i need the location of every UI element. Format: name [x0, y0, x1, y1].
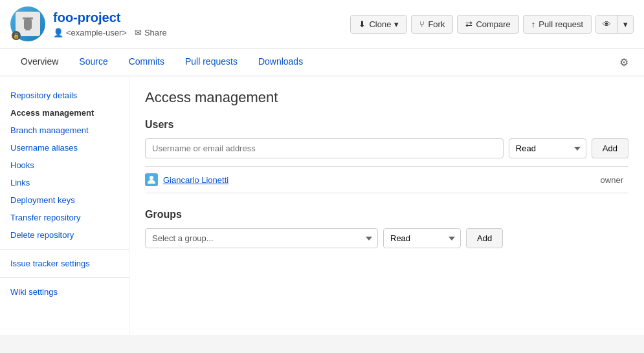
nav-bar: Overview Source Commits Pull requests Do…: [0, 48, 644, 76]
sidebar-section-issue: Issue tracker settings: [0, 255, 129, 272]
user-icon: 👤: [53, 28, 63, 37]
sidebar-item-wiki-settings[interactable]: Wiki settings: [0, 283, 129, 301]
tab-commits-link[interactable]: Commits: [118, 48, 175, 76]
sidebar-item-branch-management[interactable]: Branch management: [0, 122, 129, 139]
repo-user: 👤 <example-user>: [53, 28, 127, 37]
tab-pull-requests[interactable]: Pull requests: [175, 48, 248, 76]
header: 🔒 foo-project 👤 <example-user> ✉ Share ⬇…: [0, 0, 644, 48]
lock-icon: 🔒: [12, 31, 21, 40]
fork-icon: ⑂: [419, 19, 425, 29]
tab-source-link[interactable]: Source: [69, 48, 118, 76]
sidebar-item-deployment-keys[interactable]: Deployment keys: [0, 191, 129, 209]
watch-caret-button[interactable]: ▾: [618, 16, 633, 33]
sidebar-section-repo: Repository details Access management Bra…: [0, 87, 129, 244]
groups-section-title: Groups: [145, 209, 628, 220]
pull-request-icon: ↑: [531, 19, 536, 29]
clone-icon: ⬇: [359, 19, 366, 29]
page-title: Access management: [145, 89, 628, 106]
nav-tabs: Overview Source Commits Pull requests Do…: [10, 48, 313, 76]
avatar: [145, 173, 158, 186]
email-icon: ✉: [135, 28, 142, 37]
user-permission-select[interactable]: Read Write Admin: [509, 138, 586, 158]
main-layout: Repository details Access management Bra…: [0, 76, 644, 335]
watch-button[interactable]: 👁: [596, 16, 618, 33]
user-list: Giancarlo Lionetti owner: [145, 166, 628, 193]
add-user-button[interactable]: Add: [592, 138, 628, 158]
sidebar: Repository details Access management Bra…: [0, 76, 129, 335]
sidebar-item-delete-repository[interactable]: Delete repository: [0, 226, 129, 244]
tab-commits[interactable]: Commits: [118, 48, 175, 76]
users-section-title: Users: [145, 119, 628, 131]
svg-rect-0: [23, 17, 33, 19]
eye-icon: 👁: [603, 19, 611, 29]
tab-overview[interactable]: Overview: [10, 48, 69, 76]
fork-button[interactable]: ⑂ Fork: [411, 15, 453, 34]
users-section: Users Read Write Admin Add: [145, 119, 628, 193]
tab-source[interactable]: Source: [69, 48, 118, 76]
sidebar-divider-1: [0, 249, 129, 250]
table-row: Giancarlo Lionetti owner: [145, 167, 628, 193]
clone-group: ⬇ Clone ▾: [350, 15, 407, 34]
watch-group: 👁 ▾: [595, 15, 634, 34]
compare-icon: ⇄: [465, 19, 472, 29]
header-actions: ⬇ Clone ▾ ⑂ Fork ⇄ Compare ↑ Pull reques…: [350, 15, 634, 34]
gear-icon[interactable]: ⚙: [614, 51, 634, 74]
repo-name: foo-project: [53, 10, 167, 25]
user-info: Giancarlo Lionetti: [145, 173, 228, 186]
tab-pull-requests-link[interactable]: Pull requests: [175, 48, 248, 76]
repo-avatar: 🔒: [10, 6, 45, 41]
sidebar-item-links[interactable]: Links: [0, 174, 129, 191]
sidebar-item-repository-details[interactable]: Repository details: [0, 87, 129, 104]
sidebar-section-wiki: Wiki settings: [0, 283, 129, 301]
user-role: owner: [601, 175, 628, 185]
share-button[interactable]: ✉ Share: [135, 28, 167, 37]
add-group-row: Select a group... Read Write Admin Add: [145, 228, 628, 248]
svg-rect-1: [24, 19, 32, 29]
tab-downloads-link[interactable]: Downloads: [248, 48, 313, 76]
tab-downloads[interactable]: Downloads: [248, 48, 313, 76]
caret-down-icon: ▾: [394, 19, 399, 29]
group-select[interactable]: Select a group...: [145, 228, 378, 248]
sidebar-item-username-aliases[interactable]: Username aliases: [0, 139, 129, 156]
group-permission-select[interactable]: Read Write Admin: [383, 228, 461, 248]
sidebar-item-access-management[interactable]: Access management: [0, 104, 129, 122]
sidebar-item-hooks[interactable]: Hooks: [0, 156, 129, 174]
add-group-button[interactable]: Add: [466, 228, 503, 248]
sidebar-item-transfer-repository[interactable]: Transfer repository: [0, 209, 129, 226]
content-area: Access management Users Read Write Admin…: [129, 76, 644, 335]
tab-overview-link[interactable]: Overview: [10, 48, 69, 76]
repo-info: foo-project 👤 <example-user> ✉ Share: [53, 10, 167, 37]
sidebar-item-issue-tracker-settings[interactable]: Issue tracker settings: [0, 255, 129, 272]
repo-meta: 👤 <example-user> ✉ Share: [53, 28, 167, 37]
sidebar-divider-2: [0, 277, 129, 278]
user-name-link[interactable]: Giancarlo Lionetti: [163, 175, 228, 185]
clone-button[interactable]: ⬇ Clone ▾: [351, 16, 406, 33]
header-left: 🔒 foo-project 👤 <example-user> ✉ Share: [10, 6, 167, 41]
caret-down-icon: ▾: [623, 19, 628, 29]
svg-point-3: [150, 176, 153, 180]
add-user-row: Read Write Admin Add: [145, 138, 628, 158]
compare-button[interactable]: ⇄ Compare: [457, 15, 518, 34]
username-email-input[interactable]: [145, 138, 504, 158]
pull-request-button[interactable]: ↑ Pull request: [523, 15, 592, 34]
svg-rect-2: [25, 29, 30, 30]
groups-section: Groups Select a group... Read Write Admi…: [145, 209, 628, 248]
